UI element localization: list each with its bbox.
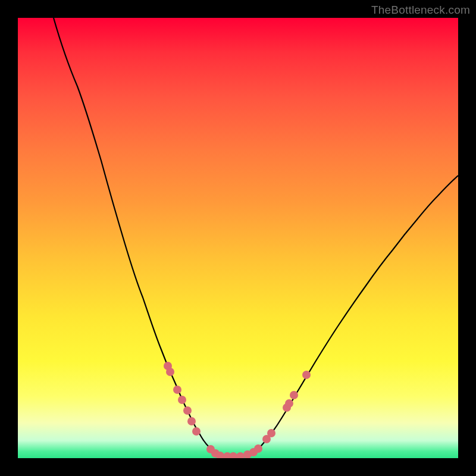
data-marker [183, 406, 192, 415]
data-marker [285, 399, 293, 408]
data-marker [173, 386, 181, 394]
chart-svg [18, 18, 458, 458]
data-marker [302, 371, 311, 379]
data-marker [254, 444, 262, 453]
data-marker [267, 429, 275, 437]
plot-area [18, 18, 458, 458]
data-marker [236, 452, 245, 458]
curve-left [54, 18, 219, 455]
curve-group [54, 18, 458, 456]
marker-group [164, 362, 311, 458]
chart-frame: TheBottleneck.com [0, 0, 476, 476]
data-marker [166, 368, 174, 376]
data-marker [187, 417, 196, 425]
data-marker [178, 396, 186, 404]
data-marker [290, 391, 298, 399]
data-marker [229, 452, 237, 458]
watermark-text: TheBottleneck.com [371, 4, 470, 17]
curve-right [249, 176, 458, 456]
data-marker [192, 427, 201, 436]
